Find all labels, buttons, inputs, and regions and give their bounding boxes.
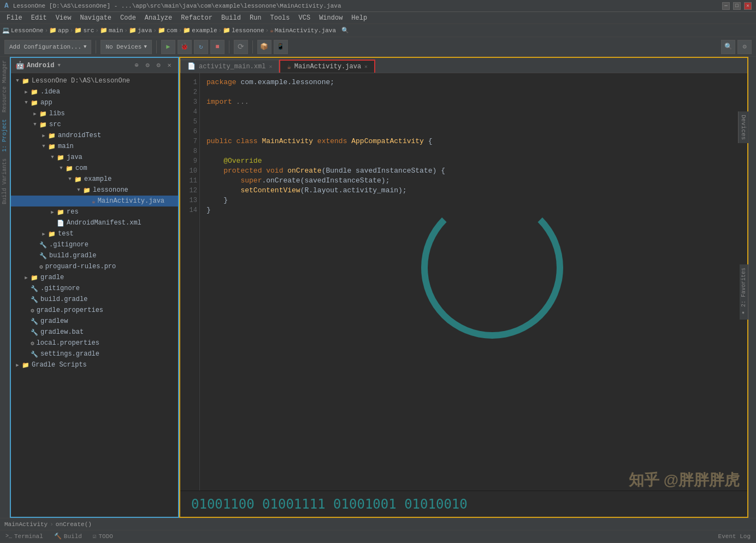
scope-icon[interactable]: ⊕: [132, 61, 141, 70]
run-button[interactable]: ▶: [161, 40, 175, 54]
tree-item-com[interactable]: ▼📁com: [11, 163, 178, 174]
tree-item-res[interactable]: ▶📁res: [11, 206, 178, 217]
sidebar-item-project[interactable]: 1: Project: [1, 116, 9, 155]
menu-file[interactable]: File: [2, 12, 27, 23]
tree-item-gradle[interactable]: ▶📁gradle: [11, 272, 178, 283]
tree-item-libs[interactable]: ▶📁libs: [11, 108, 178, 119]
breadcrumb-mainactivity-nav[interactable]: MainActivity: [4, 521, 48, 528]
tree-item-local-properties[interactable]: ⚙local.properties: [11, 338, 178, 349]
minimize-button[interactable]: ─: [722, 2, 730, 10]
stop-button[interactable]: ■: [210, 40, 225, 54]
tree-item--gitignore[interactable]: 🔧.gitignore: [11, 239, 178, 250]
breadcrumb-mainactivity-label: MainActivity.java: [275, 27, 336, 34]
tab-mainactivity[interactable]: ☕ MainActivity.java ✕: [279, 60, 375, 73]
settings-button[interactable]: ⚙: [737, 40, 752, 54]
add-config-button[interactable]: Add Configuration... ▼: [4, 40, 91, 54]
tree-arrow: ▼: [57, 166, 66, 171]
tree-item-app[interactable]: ▼📁app: [11, 97, 178, 108]
tree-item-build-gradle[interactable]: 🔧build.gradle: [11, 294, 178, 305]
sidebar-item-resource-manager[interactable]: Resource Manager: [1, 57, 9, 116]
favorites-tab[interactable]: ★ 2: Favorites: [740, 264, 748, 320]
breadcrumb-mainactivity[interactable]: ☕ MainActivity.java: [270, 27, 336, 34]
close-icon-panel[interactable]: ✕: [165, 61, 174, 70]
tree-item-Gradle-Scripts[interactable]: ▶📁Gradle Scripts: [11, 359, 178, 370]
tree-item-label: libs: [49, 110, 65, 117]
event-log-tab[interactable]: Event Log: [715, 533, 754, 540]
menu-edit[interactable]: Edit: [27, 12, 51, 23]
tree-item-example[interactable]: ▼📁example: [11, 174, 178, 185]
tree-item--gitignore[interactable]: 🔧.gitignore: [11, 283, 178, 294]
tree-item-AndroidManifest-xml[interactable]: 📄AndroidManifest.xml: [11, 217, 178, 228]
sync-button[interactable]: ⟳: [234, 40, 248, 54]
avd-manager-button[interactable]: 📱: [274, 40, 288, 54]
breadcrumb-example[interactable]: 📁 example: [183, 27, 217, 34]
breadcrumb-app[interactable]: 📁 app: [49, 27, 69, 34]
menu-run[interactable]: Run: [245, 12, 266, 23]
reload-button[interactable]: ↻: [194, 40, 208, 54]
breadcrumb-lessonone[interactable]: 📁 lessonone: [223, 27, 264, 34]
tree-item-gradle-properties[interactable]: ⚙gradle.properties: [11, 305, 178, 316]
tree-item-test[interactable]: ▶📁test: [11, 228, 178, 239]
todo-tab[interactable]: ☑ TODO: [90, 530, 116, 542]
tree-item-lessonone[interactable]: ▼📁lessonone: [11, 185, 178, 196]
sdk-manager-button[interactable]: 📦: [257, 40, 271, 54]
menu-code[interactable]: Code: [116, 12, 140, 23]
toolbar: Add Configuration... ▼ No Devices ▼ ▶ 🐞 …: [0, 37, 756, 57]
tree-item-java[interactable]: ▼📁java: [11, 152, 178, 163]
menu-help[interactable]: Help: [347, 12, 371, 23]
menu-navigate[interactable]: Navigate: [75, 12, 116, 23]
tab-close-java[interactable]: ✕: [364, 63, 368, 70]
tree-item-build-gradle[interactable]: 🔧build.gradle: [11, 250, 178, 261]
debug-button[interactable]: 🐞: [178, 40, 192, 54]
tree-item-LessonOne-D--AS-LessonOne[interactable]: ▼📁LessonOne D:\AS\LessonOne: [11, 75, 178, 86]
breadcrumb-src[interactable]: 📁 src: [74, 27, 94, 34]
terminal-icon: >_: [5, 533, 12, 539]
gradle-side-tab[interactable]: Devices: [738, 111, 748, 143]
menu-vcs[interactable]: VCS: [294, 12, 315, 23]
tab-activity-main[interactable]: 📄 activity_main.xml ✕: [180, 60, 279, 73]
avd-icon: 📱: [276, 43, 285, 51]
build-tab[interactable]: 🔨 Build: [51, 530, 85, 542]
tree-arrow: ▼: [66, 176, 74, 182]
menu-tools[interactable]: Tools: [266, 12, 294, 23]
breadcrumb-main[interactable]: 📁 main: [100, 27, 123, 34]
tree-item-androidTest[interactable]: ▶📁androidTest: [11, 130, 178, 141]
search-everywhere-button[interactable]: 🔍: [721, 40, 735, 54]
panel-dropdown-icon[interactable]: ▼: [57, 63, 60, 68]
sep5: ›: [153, 27, 157, 34]
menu-build[interactable]: Build: [217, 12, 245, 23]
sidebar-item-build-variants[interactable]: Build Variants: [1, 155, 9, 208]
tree-item-proguard-rules-pro[interactable]: ⚙proguard-rules.pro: [11, 261, 178, 272]
code-editor[interactable]: 1234567891011121314 package com.example.…: [180, 73, 747, 491]
no-devices-button[interactable]: No Devices ▼: [101, 40, 151, 54]
breadcrumb-com[interactable]: 📁 com: [158, 27, 178, 34]
tree-item-src[interactable]: ▼📁src: [11, 119, 178, 130]
tree-item-main[interactable]: ▼📁main: [11, 141, 178, 152]
terminal-tab[interactable]: >_ Terminal: [2, 530, 46, 542]
breadcrumb-java[interactable]: 📁 java: [129, 27, 152, 34]
settings-icon[interactable]: ⚙: [143, 61, 152, 70]
binary-bar: 01001100 01001111 01001001 01010010: [180, 491, 747, 517]
tree-item--idea[interactable]: ▶📁.idea: [11, 86, 178, 97]
tree-item-settings-gradle[interactable]: 🔧settings.gradle: [11, 349, 178, 359]
tree-item-label: example: [84, 175, 111, 183]
menu-refactor[interactable]: Refactor: [176, 12, 217, 23]
breadcrumb-oncreate-nav[interactable]: onCreate(): [56, 521, 92, 528]
todo-icon: ☑: [93, 533, 97, 540]
menu-window[interactable]: Window: [315, 12, 347, 23]
menu-analyze[interactable]: Analyze: [140, 12, 176, 23]
code-content[interactable]: package com.example.lessonone; import ..…: [200, 73, 747, 491]
menu-view[interactable]: View: [51, 12, 76, 23]
maximize-button[interactable]: □: [733, 2, 741, 10]
sep2: ›: [70, 27, 74, 34]
search-icon-nav[interactable]: 🔍: [341, 27, 349, 34]
tab-close-xml[interactable]: ✕: [269, 63, 272, 70]
tree-item-gradlew[interactable]: 🔧gradlew: [11, 316, 178, 327]
tree-item-label: test: [58, 230, 74, 238]
breadcrumb-project[interactable]: 💻 LessonOne: [2, 27, 43, 34]
close-button[interactable]: ✕: [744, 2, 752, 10]
code-line-8: [206, 146, 741, 156]
gear-icon-panel[interactable]: ⚙: [154, 61, 163, 70]
tree-item-gradlew-bat[interactable]: 🔧gradlew.bat: [11, 327, 178, 338]
tree-item-MainActivity-java[interactable]: ☕MainActivity.java: [11, 196, 178, 206]
